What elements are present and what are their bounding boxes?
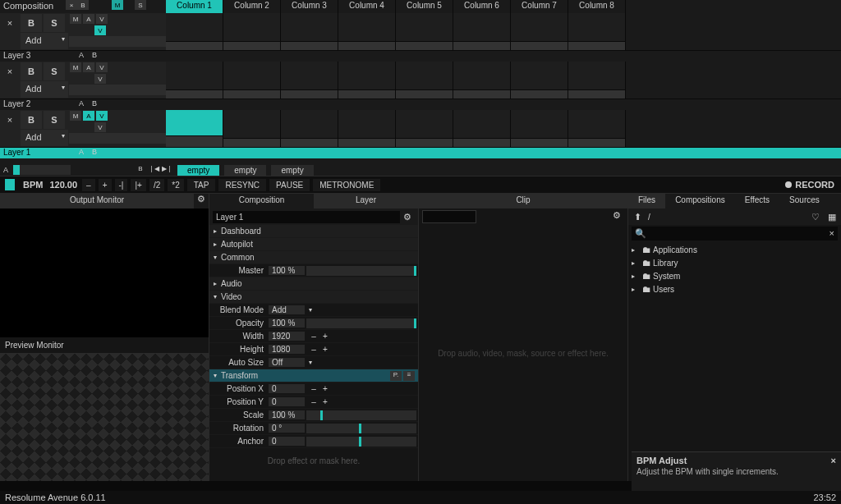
clip-cell[interactable] (281, 62, 338, 90)
column-header-3[interactable]: Column 3 (281, 0, 338, 13)
nav-next[interactable]: ▶❘ (161, 165, 172, 175)
clip-drop-area[interactable]: Drop audio, video, mask, source or effec… (419, 225, 627, 481)
clip-cell[interactable] (281, 13, 338, 42)
clip-cell[interactable] (568, 110, 625, 139)
width-value[interactable]: 1920 (269, 332, 305, 341)
anchor-value[interactable]: 0 (269, 437, 305, 446)
metronome-button[interactable]: METRONOME (313, 179, 380, 191)
layer-bypass[interactable]: B (21, 62, 42, 80)
width-inc[interactable]: + (321, 332, 329, 341)
anchor-slider[interactable] (306, 437, 416, 447)
layer-fader[interactable] (69, 85, 166, 95)
layer-gear-icon[interactable]: ⚙ (400, 212, 415, 222)
layer-v[interactable]: V (96, 62, 108, 72)
layer-m[interactable]: M (70, 14, 81, 24)
composition-x[interactable]: × (66, 0, 77, 10)
layer-name[interactable]: Layer 1 (0, 148, 69, 158)
posx-value[interactable]: 0 (269, 384, 305, 393)
layer-add[interactable]: Add (21, 81, 68, 98)
layer-tab[interactable]: Layer (314, 194, 418, 208)
clip-cell[interactable] (511, 13, 568, 42)
bpm-div-inc[interactable]: |+ (131, 179, 145, 191)
bpm-dec[interactable]: – (82, 179, 95, 191)
bpm-value[interactable]: 120.00 (49, 180, 77, 190)
crossfader-slider[interactable] (13, 165, 71, 175)
posy-dec[interactable]: – (310, 397, 318, 406)
folder-item[interactable]: ▸🖿Users (628, 282, 841, 296)
clip-cell[interactable] (166, 110, 223, 136)
clip-cell[interactable] (511, 62, 568, 90)
clip-cell[interactable] (281, 110, 338, 139)
autopilot-section[interactable]: Autopilot (219, 240, 277, 249)
record-button[interactable]: RECORD (785, 180, 834, 190)
column-header-4[interactable]: Column 4 (338, 0, 395, 13)
layer-name-input[interactable] (213, 211, 400, 223)
layer-m[interactable]: M (70, 62, 81, 72)
clip-cell[interactable] (223, 13, 280, 42)
rotation-value[interactable]: 0 ° (269, 424, 305, 433)
bpm-div-dec[interactable]: -| (115, 179, 128, 191)
composition-b[interactable]: B (77, 0, 89, 10)
layer-name[interactable]: Layer 3 (0, 51, 69, 62)
layer-fader[interactable] (69, 133, 166, 144)
folder-item[interactable]: ▸🖿Applications (628, 243, 841, 256)
clip-cell[interactable] (453, 62, 510, 90)
tap-button[interactable]: TAP (187, 179, 216, 191)
layer-bypass[interactable]: B (21, 111, 42, 129)
rotation-slider[interactable] (306, 424, 416, 433)
layer-ab-a[interactable]: A (76, 99, 87, 110)
layer-solo[interactable]: S (44, 111, 65, 129)
posy-value[interactable]: 0 (269, 397, 305, 406)
layer-add[interactable]: Add (21, 130, 68, 146)
clip-gear-icon[interactable]: ⚙ (609, 210, 624, 223)
master-value[interactable]: 100 % (269, 266, 305, 275)
composition-solo[interactable]: S (135, 0, 146, 10)
crossfader-a[interactable]: A (0, 166, 11, 174)
bpm-half[interactable]: /2 (149, 179, 164, 191)
layer-a[interactable]: A (83, 14, 94, 24)
deck-empty-3[interactable]: empty (271, 165, 313, 176)
layer-ab-b[interactable]: B (89, 148, 100, 158)
folder-item[interactable]: ▸🖿Library (628, 256, 841, 269)
compositions-tab[interactable]: Compositions (665, 194, 735, 208)
files-tab[interactable]: Files (628, 194, 665, 208)
layer-bypass[interactable]: B (21, 14, 42, 32)
dashboard-section[interactable]: Dashboard (219, 227, 277, 236)
clip-tab[interactable]: Clip (419, 194, 627, 208)
clip-cell[interactable] (223, 62, 280, 90)
layer-clear[interactable]: × (0, 110, 20, 129)
sources-tab[interactable]: Sources (779, 194, 830, 208)
clip-cell[interactable] (568, 13, 625, 42)
column-header-5[interactable]: Column 5 (396, 0, 453, 13)
bpm-double[interactable]: *2 (168, 179, 183, 191)
grid-view-icon[interactable]: ▦ (826, 212, 838, 222)
column-header-7[interactable]: Column 7 (511, 0, 568, 13)
audio-section[interactable]: Audio (219, 279, 277, 288)
layer-solo[interactable]: S (44, 62, 65, 80)
composition-tab[interactable]: Composition (209, 194, 314, 208)
posy-inc[interactable]: + (321, 397, 329, 406)
clip-cell[interactable] (453, 110, 510, 139)
preset-badge[interactable]: P. (390, 371, 402, 381)
column-header-1[interactable]: Column 1 (166, 0, 223, 13)
tooltip-close-icon[interactable]: × (831, 456, 836, 465)
layer-name[interactable]: Layer 2 (0, 99, 69, 110)
layer-a[interactable]: A (83, 62, 94, 72)
layer-v[interactable]: V (96, 14, 108, 24)
layer-solo[interactable]: S (44, 14, 65, 32)
common-section[interactable]: Common (219, 253, 277, 262)
layer-a[interactable]: A (83, 111, 94, 121)
layer-v2[interactable]: V (94, 122, 106, 132)
menu-icon[interactable]: ≡ (403, 371, 415, 381)
nav-b[interactable]: B (135, 165, 146, 175)
layer-v2[interactable]: V (94, 74, 106, 84)
autosize-dropdown[interactable]: Off (269, 358, 305, 367)
clip-cell[interactable] (396, 62, 453, 90)
composition-mute[interactable]: M (112, 0, 123, 10)
opacity-value[interactable]: 100 % (269, 318, 305, 328)
clip-cell[interactable] (511, 110, 568, 139)
clip-cell[interactable] (166, 62, 223, 90)
clip-cell[interactable] (338, 62, 395, 90)
opacity-slider[interactable] (306, 318, 416, 328)
resync-button[interactable]: RESYNC (218, 179, 266, 191)
